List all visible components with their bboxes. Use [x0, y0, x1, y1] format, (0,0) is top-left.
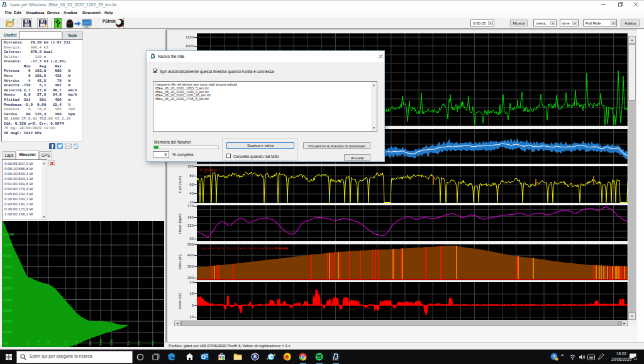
svg-text:2m: 2m — [74, 341, 78, 345]
svg-text:10m: 10m — [99, 339, 103, 345]
svg-text:700W: 700W — [3, 265, 13, 269]
svg-text:400W: 400W — [3, 298, 13, 302]
svg-text:1m: 1m — [64, 341, 67, 345]
svg-text:1h: 1h — [126, 341, 130, 345]
svg-text:500W: 500W — [3, 287, 13, 290]
svg-text:0W: 0W — [3, 341, 8, 345]
svg-text:10s: 10s — [36, 339, 40, 345]
svg-text:200W: 200W — [3, 319, 13, 323]
svg-text:1000W: 1000W — [3, 232, 14, 236]
svg-text:20m: 20m — [109, 339, 113, 345]
svg-text:5m: 5m — [88, 341, 92, 345]
svg-text:Lasciare che la bici proceda,: Lasciare che la bici proceda, senza peda… — [199, 246, 289, 250]
svg-text:5s: 5s — [26, 341, 30, 345]
svg-text:900W: 900W — [3, 243, 13, 247]
svg-text:5h: 5h — [151, 341, 155, 345]
svg-text:11: 11 — [634, 357, 638, 361]
svg-text:20s: 20s — [47, 339, 50, 345]
svg-text:100W: 100W — [3, 330, 13, 334]
svg-text:B: B — [253, 354, 257, 360]
svg-text:800W: 800W — [3, 254, 13, 258]
svg-text:600W: 600W — [3, 276, 13, 280]
svg-text:2h: 2h — [137, 341, 141, 345]
svg-text:300W: 300W — [3, 309, 13, 312]
svg-text:In gruppo: In gruppo — [199, 168, 217, 173]
